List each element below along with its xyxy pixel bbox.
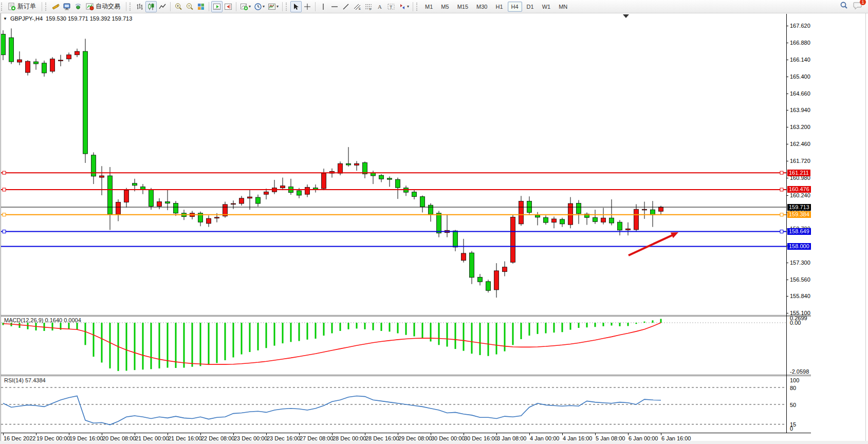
tf-button-H4[interactable]: H4 [508, 2, 522, 12]
cursor-button[interactable] [290, 1, 302, 12]
tf-button-M5[interactable]: M5 [437, 2, 452, 12]
price-tick-label: 166.880 [790, 40, 810, 46]
line-handle[interactable] [3, 188, 6, 191]
price-tick [786, 280, 788, 280]
line-chart-icon [158, 3, 167, 11]
rsi-label: RSI(14) 57.4384 [4, 377, 46, 383]
trendline-button[interactable] [340, 1, 352, 12]
templates-button[interactable]: ▾ [266, 1, 280, 12]
tf-button-W1[interactable]: W1 [539, 2, 555, 12]
zoom-in-icon [174, 3, 182, 11]
toolbar-separator [315, 2, 316, 11]
tf-button-M15[interactable]: M15 [454, 2, 472, 12]
text-button[interactable]: A [374, 1, 385, 12]
tf-button-H1[interactable]: H1 [492, 2, 506, 12]
tile-windows-icon [197, 3, 205, 11]
toolbar-separator [209, 2, 209, 11]
price-tick [786, 94, 788, 94]
price-tick [786, 178, 788, 178]
line-chart-button[interactable] [157, 1, 168, 12]
line-handle[interactable] [3, 213, 6, 216]
toolbar-grip [286, 3, 289, 11]
mt4-terminal: { "toolbar": { "new_order_label": "新订单",… [0, 0, 868, 444]
price-tick-label: 165.400 [790, 73, 810, 80]
candlestick-icon [147, 3, 155, 11]
chart-title[interactable]: ▼ GBPJPY-,H4 159.530 159.771 159.392 159… [3, 15, 132, 22]
horizontal-line-object[interactable] [1, 230, 786, 233]
price-tick [786, 144, 788, 144]
price-tick [786, 26, 788, 26]
zoom-in-button[interactable] [173, 1, 184, 12]
horizontal-line-button[interactable] [329, 1, 340, 12]
arrow-annotation[interactable] [629, 230, 680, 255]
bar-chart-button[interactable] [134, 1, 145, 12]
vertical-line-button[interactable] [318, 1, 329, 12]
auto-trading-button[interactable]: 自动交易 [84, 1, 124, 12]
price-tick-label: 163.940 [790, 107, 810, 113]
chart-shift-icon [224, 3, 232, 11]
macd-label: MACD(12,26,9) 0.1640 0.0004 [4, 317, 81, 323]
dropdown-arrow-icon: ▾ [263, 4, 265, 9]
crosshair-icon [303, 3, 311, 11]
bar-chart-icon [136, 3, 144, 11]
tf-button-M30[interactable]: M30 [473, 2, 491, 12]
tf-button-M1[interactable]: M1 [421, 2, 436, 12]
toolbar-grip [1, 3, 5, 11]
toolbar-right: 1 [839, 1, 863, 12]
tf-button-D1[interactable]: D1 [523, 2, 538, 12]
notifications-button[interactable] [50, 1, 61, 12]
main-chart-canvas[interactable] [1, 14, 786, 315]
periods-button[interactable]: ▾ [252, 1, 266, 12]
rsi-pane-canvas[interactable] [1, 376, 786, 433]
price-tick-label: 155.840 [790, 293, 810, 299]
macd-pane-canvas[interactable] [1, 317, 786, 375]
price-tick-label: 157.300 [790, 260, 810, 266]
zoom-out-icon [186, 3, 194, 11]
horizontal-line-object[interactable] [1, 188, 786, 191]
tile-windows-button[interactable] [195, 1, 207, 12]
indicators-button[interactable]: ▾ [238, 1, 252, 12]
toolbar: 新订单 自动交易 ▾ ▾ [0, 0, 868, 13]
line-handle[interactable] [780, 171, 783, 174]
vertical-line-icon [319, 3, 327, 11]
svg-text:T: T [390, 4, 393, 9]
new-order-button[interactable]: 新订单 [6, 1, 40, 12]
toolbar-separator [282, 2, 283, 11]
crosshair-button[interactable] [302, 1, 313, 12]
horizontal-line-object[interactable] [1, 171, 786, 174]
tf-button-MN[interactable]: MN [555, 2, 571, 12]
channel-button[interactable]: E [352, 1, 363, 12]
line-handle[interactable] [780, 230, 783, 233]
community-button[interactable] [72, 1, 84, 12]
search-icon[interactable] [839, 1, 848, 12]
trendline-icon [342, 3, 350, 11]
window-right-border [865, 13, 866, 444]
new-order-icon [8, 3, 16, 11]
candlestick-chart-button[interactable] [145, 1, 157, 12]
price-tick-label: 164.660 [790, 90, 810, 97]
chart-shift-button[interactable] [223, 1, 234, 12]
zoom-out-button[interactable] [184, 1, 195, 12]
dropdown-arrow-icon: ▾ [249, 4, 251, 9]
indicators-icon [240, 3, 248, 11]
price-tick [786, 195, 788, 196]
metaeditor-button[interactable] [61, 1, 72, 12]
clock-icon [254, 3, 262, 11]
price-tick [786, 110, 788, 110]
auto-trading-label: 自动交易 [96, 2, 120, 11]
fibonacci-button[interactable]: F [363, 1, 374, 12]
toolbar-separator [42, 2, 42, 11]
text-label-button[interactable]: T [385, 1, 397, 12]
auto-scroll-icon [213, 3, 221, 11]
line-handle[interactable] [780, 188, 783, 191]
line-handle[interactable] [780, 213, 783, 216]
line-handle[interactable] [3, 230, 6, 233]
auto-scroll-button[interactable] [211, 1, 223, 12]
timeframe-group: M1M5M15M30H1H4D1W1MN [421, 2, 571, 12]
template-icon [268, 3, 276, 11]
arrows-button[interactable]: ▾ [397, 1, 411, 12]
chart-shift-marker[interactable] [623, 14, 629, 18]
chat-button[interactable]: 1 [853, 1, 863, 12]
rsi-axis-label: 50 [790, 402, 796, 408]
line-handle[interactable] [3, 171, 6, 174]
